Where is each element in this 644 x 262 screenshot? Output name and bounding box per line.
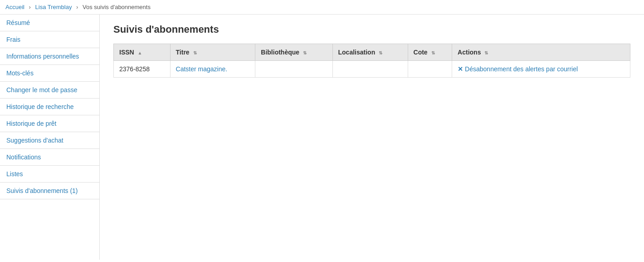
sort-icon-bibliotheque: ⇅ xyxy=(303,50,307,55)
sidebar-item-informations-personnelles[interactable]: Informations personnelles xyxy=(0,48,99,65)
sort-icon-titre: ⇅ xyxy=(193,50,197,55)
cell-titre: Catster magazine. xyxy=(170,61,255,78)
unsubscribe-email-link[interactable]: ✕Désabonnement des alertes par courriel xyxy=(458,65,578,73)
breadcrumb: Accueil › Lisa Tremblay › Vos suivis d'a… xyxy=(0,0,644,15)
breadcrumb-link-accueil[interactable]: Accueil xyxy=(5,4,24,10)
titre-link[interactable]: Catster magazine. xyxy=(176,65,228,73)
cell-cote xyxy=(408,61,452,78)
sort-icon-actions: ⇅ xyxy=(484,50,488,55)
page-title: Suivis d'abonnements xyxy=(113,24,630,35)
sort-icon-issn: ▲ xyxy=(138,50,142,55)
col-header-localisation[interactable]: Localisation ⇅ xyxy=(332,44,408,61)
sidebar-item-changer-mot-de-passe[interactable]: Changer le mot de passe xyxy=(0,82,99,99)
cell-actions: ✕Désabonnement des alertes par courriel xyxy=(452,61,630,78)
breadcrumb-current: Vos suivis d'abonnements xyxy=(83,4,151,10)
sidebar-item-suivis-abonnements[interactable]: Suivis d'abonnements (1) xyxy=(0,183,99,199)
col-header-titre[interactable]: Titre ⇅ xyxy=(170,44,255,61)
col-header-issn[interactable]: ISSN ▲ xyxy=(114,44,171,61)
cell-issn: 2376-8258 xyxy=(114,61,171,78)
breadcrumb-sep-1: › xyxy=(29,4,31,10)
table-row: 2376-8258 Catster magazine. ✕Désabonneme… xyxy=(114,61,630,78)
sidebar-item-resume[interactable]: Résumé xyxy=(0,15,99,31)
action-x-icon: ✕ xyxy=(458,65,463,73)
sidebar-item-listes[interactable]: Listes xyxy=(0,166,99,183)
cell-bibliotheque xyxy=(255,61,332,78)
col-header-actions[interactable]: Actions ⇅ xyxy=(452,44,630,61)
sidebar-item-suggestions-achat[interactable]: Suggestions d'achat xyxy=(0,132,99,149)
sidebar-item-historique-recherche[interactable]: Historique de recherche xyxy=(0,99,99,115)
sort-icon-cote: ⇅ xyxy=(431,50,435,55)
subscriptions-table: ISSN ▲ Titre ⇅ Bibliothèque ⇅ Localisati… xyxy=(113,44,630,78)
sidebar: Résumé Frais Informations personnelles M… xyxy=(0,15,100,260)
breadcrumb-sep-2: › xyxy=(76,4,78,10)
layout: Résumé Frais Informations personnelles M… xyxy=(0,15,644,260)
sidebar-item-frais[interactable]: Frais xyxy=(0,31,99,48)
sidebar-item-notifications[interactable]: Notifications xyxy=(0,149,99,166)
sidebar-item-mots-cles[interactable]: Mots-clés xyxy=(0,65,99,82)
cell-localisation xyxy=(332,61,408,78)
main-content: Suivis d'abonnements ISSN ▲ Titre ⇅ Bibl… xyxy=(100,15,644,260)
sidebar-item-historique-pret[interactable]: Historique de prêt xyxy=(0,115,99,132)
breadcrumb-link-user[interactable]: Lisa Tremblay xyxy=(35,4,72,10)
col-header-cote[interactable]: Cote ⇅ xyxy=(408,44,452,61)
sort-icon-localisation: ⇅ xyxy=(379,50,382,55)
col-header-bibliotheque[interactable]: Bibliothèque ⇅ xyxy=(255,44,332,61)
table-header-row: ISSN ▲ Titre ⇅ Bibliothèque ⇅ Localisati… xyxy=(114,44,630,61)
